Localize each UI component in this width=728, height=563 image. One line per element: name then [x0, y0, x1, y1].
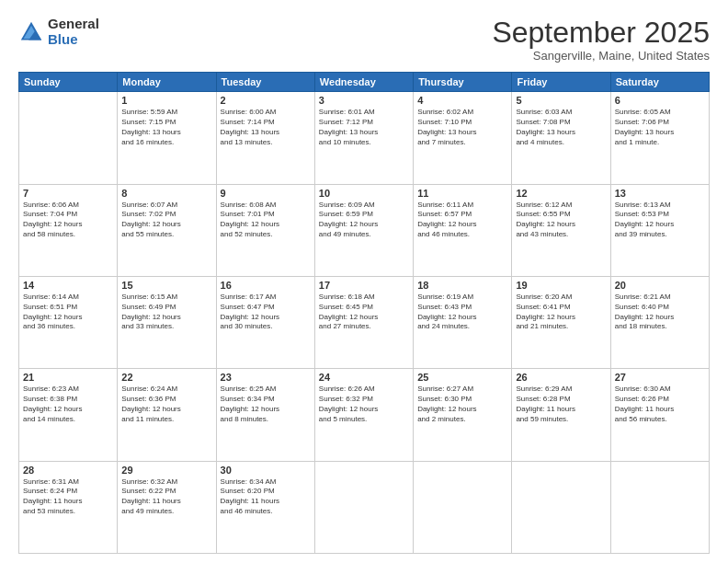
- day-number: 12: [516, 188, 606, 199]
- cell-content: Sunrise: 6:27 AMSunset: 6:30 PMDaylight:…: [417, 385, 507, 424]
- calendar-week-2: 7Sunrise: 6:06 AMSunset: 7:04 PMDaylight…: [19, 184, 710, 276]
- logo-blue-text: Blue: [48, 32, 99, 48]
- cell-content: Sunrise: 6:00 AMSunset: 7:14 PMDaylight:…: [221, 108, 311, 147]
- logo-icon: [18, 19, 44, 45]
- col-tuesday: Tuesday: [216, 73, 314, 92]
- col-monday: Monday: [118, 73, 216, 92]
- day-number: 13: [615, 188, 705, 199]
- calendar-week-1: 1Sunrise: 5:59 AMSunset: 7:15 PMDaylight…: [19, 92, 710, 184]
- table-row: 27Sunrise: 6:30 AMSunset: 6:26 PMDayligh…: [610, 369, 709, 461]
- day-number: 3: [319, 95, 409, 106]
- table-row: 22Sunrise: 6:24 AMSunset: 6:36 PMDayligh…: [118, 369, 216, 461]
- cell-content: Sunrise: 6:29 AMSunset: 6:28 PMDaylight:…: [516, 385, 606, 424]
- page: General Blue September 2025 Sangerville,…: [0, 0, 728, 563]
- table-row: 14Sunrise: 6:14 AMSunset: 6:51 PMDayligh…: [19, 276, 118, 368]
- table-row: 16Sunrise: 6:17 AMSunset: 6:47 PMDayligh…: [216, 276, 314, 368]
- cell-content: Sunrise: 6:13 AMSunset: 6:53 PMDaylight:…: [615, 201, 705, 240]
- table-row: 29Sunrise: 6:32 AMSunset: 6:22 PMDayligh…: [118, 461, 216, 553]
- cell-content: Sunrise: 6:14 AMSunset: 6:51 PMDaylight:…: [23, 293, 113, 332]
- table-row: 26Sunrise: 6:29 AMSunset: 6:28 PMDayligh…: [512, 369, 610, 461]
- cell-content: Sunrise: 6:09 AMSunset: 6:59 PMDaylight:…: [319, 201, 409, 240]
- cell-content: Sunrise: 6:24 AMSunset: 6:36 PMDaylight:…: [121, 385, 211, 424]
- table-row: 25Sunrise: 6:27 AMSunset: 6:30 PMDayligh…: [414, 369, 512, 461]
- table-row: [314, 461, 413, 553]
- day-number: 30: [221, 465, 311, 476]
- cell-content: Sunrise: 6:31 AMSunset: 6:24 PMDaylight:…: [23, 477, 113, 517]
- calendar-week-3: 14Sunrise: 6:14 AMSunset: 6:51 PMDayligh…: [19, 276, 710, 368]
- table-row: 13Sunrise: 6:13 AMSunset: 6:53 PMDayligh…: [610, 184, 709, 276]
- day-number: 17: [319, 280, 409, 291]
- col-saturday: Saturday: [610, 73, 709, 92]
- table-row: 30Sunrise: 6:34 AMSunset: 6:20 PMDayligh…: [216, 461, 314, 553]
- table-row: 9Sunrise: 6:08 AMSunset: 7:01 PMDaylight…: [216, 184, 314, 276]
- table-row: [512, 461, 610, 553]
- day-number: 27: [615, 372, 705, 383]
- cell-content: Sunrise: 6:08 AMSunset: 7:01 PMDaylight:…: [221, 201, 311, 240]
- calendar-week-4: 21Sunrise: 6:23 AMSunset: 6:38 PMDayligh…: [19, 369, 710, 461]
- table-row: 8Sunrise: 6:07 AMSunset: 7:02 PMDaylight…: [118, 184, 216, 276]
- cell-content: Sunrise: 6:25 AMSunset: 6:34 PMDaylight:…: [221, 385, 311, 424]
- table-row: 5Sunrise: 6:03 AMSunset: 7:08 PMDaylight…: [512, 92, 610, 184]
- day-number: 23: [221, 372, 311, 383]
- day-number: 9: [221, 188, 311, 199]
- table-row: 15Sunrise: 6:15 AMSunset: 6:49 PMDayligh…: [118, 276, 216, 368]
- day-number: 24: [319, 372, 409, 383]
- calendar-week-5: 28Sunrise: 6:31 AMSunset: 6:24 PMDayligh…: [19, 461, 710, 553]
- table-row: 17Sunrise: 6:18 AMSunset: 6:45 PMDayligh…: [314, 276, 413, 368]
- table-row: [610, 461, 709, 553]
- table-row: 19Sunrise: 6:20 AMSunset: 6:41 PMDayligh…: [512, 276, 610, 368]
- day-number: 10: [319, 188, 409, 199]
- cell-content: Sunrise: 6:11 AMSunset: 6:57 PMDaylight:…: [417, 201, 507, 240]
- table-row: 12Sunrise: 6:12 AMSunset: 6:55 PMDayligh…: [512, 184, 610, 276]
- cell-content: Sunrise: 6:21 AMSunset: 6:40 PMDaylight:…: [615, 293, 705, 332]
- subtitle: Sangerville, Maine, United States: [492, 49, 710, 63]
- cell-content: Sunrise: 6:01 AMSunset: 7:12 PMDaylight:…: [319, 108, 409, 147]
- day-number: 21: [23, 372, 113, 383]
- day-number: 14: [23, 280, 113, 291]
- cell-content: Sunrise: 6:34 AMSunset: 6:20 PMDaylight:…: [221, 477, 311, 517]
- cell-content: Sunrise: 6:18 AMSunset: 6:45 PMDaylight:…: [319, 293, 409, 332]
- table-row: 2Sunrise: 6:00 AMSunset: 7:14 PMDaylight…: [216, 92, 314, 184]
- calendar-header-row: Sunday Monday Tuesday Wednesday Thursday…: [19, 73, 710, 92]
- day-number: 28: [23, 465, 113, 476]
- table-row: [414, 461, 512, 553]
- day-number: 5: [516, 95, 606, 106]
- title-area: September 2025 Sangerville, Maine, Unite…: [492, 17, 710, 63]
- day-number: 29: [121, 465, 211, 476]
- table-row: 7Sunrise: 6:06 AMSunset: 7:04 PMDaylight…: [19, 184, 118, 276]
- table-row: 21Sunrise: 6:23 AMSunset: 6:38 PMDayligh…: [19, 369, 118, 461]
- day-number: 18: [417, 280, 507, 291]
- table-row: 28Sunrise: 6:31 AMSunset: 6:24 PMDayligh…: [19, 461, 118, 553]
- calendar-table: Sunday Monday Tuesday Wednesday Thursday…: [18, 72, 710, 554]
- cell-content: Sunrise: 6:06 AMSunset: 7:04 PMDaylight:…: [23, 201, 113, 240]
- table-row: 23Sunrise: 6:25 AMSunset: 6:34 PMDayligh…: [216, 369, 314, 461]
- col-wednesday: Wednesday: [314, 73, 413, 92]
- cell-content: Sunrise: 6:30 AMSunset: 6:26 PMDaylight:…: [615, 385, 705, 424]
- cell-content: Sunrise: 6:12 AMSunset: 6:55 PMDaylight:…: [516, 201, 606, 240]
- month-title: September 2025: [492, 17, 710, 49]
- header: General Blue September 2025 Sangerville,…: [18, 17, 710, 63]
- day-number: 7: [23, 188, 113, 199]
- cell-content: Sunrise: 6:07 AMSunset: 7:02 PMDaylight:…: [121, 201, 211, 240]
- table-row: 24Sunrise: 6:26 AMSunset: 6:32 PMDayligh…: [314, 369, 413, 461]
- day-number: 1: [121, 95, 211, 106]
- cell-content: Sunrise: 6:23 AMSunset: 6:38 PMDaylight:…: [23, 385, 113, 424]
- day-number: 19: [516, 280, 606, 291]
- day-number: 15: [121, 280, 211, 291]
- day-number: 22: [121, 372, 211, 383]
- table-row: 20Sunrise: 6:21 AMSunset: 6:40 PMDayligh…: [610, 276, 709, 368]
- col-sunday: Sunday: [19, 73, 118, 92]
- day-number: 2: [221, 95, 311, 106]
- day-number: 8: [121, 188, 211, 199]
- day-number: 4: [417, 95, 507, 106]
- cell-content: Sunrise: 6:15 AMSunset: 6:49 PMDaylight:…: [121, 293, 211, 332]
- table-row: 18Sunrise: 6:19 AMSunset: 6:43 PMDayligh…: [414, 276, 512, 368]
- col-thursday: Thursday: [414, 73, 512, 92]
- cell-content: Sunrise: 6:26 AMSunset: 6:32 PMDaylight:…: [319, 385, 409, 424]
- table-row: [19, 92, 118, 184]
- table-row: 6Sunrise: 6:05 AMSunset: 7:06 PMDaylight…: [610, 92, 709, 184]
- cell-content: Sunrise: 5:59 AMSunset: 7:15 PMDaylight:…: [121, 108, 211, 147]
- cell-content: Sunrise: 6:19 AMSunset: 6:43 PMDaylight:…: [417, 293, 507, 332]
- cell-content: Sunrise: 6:20 AMSunset: 6:41 PMDaylight:…: [516, 293, 606, 332]
- day-number: 25: [417, 372, 507, 383]
